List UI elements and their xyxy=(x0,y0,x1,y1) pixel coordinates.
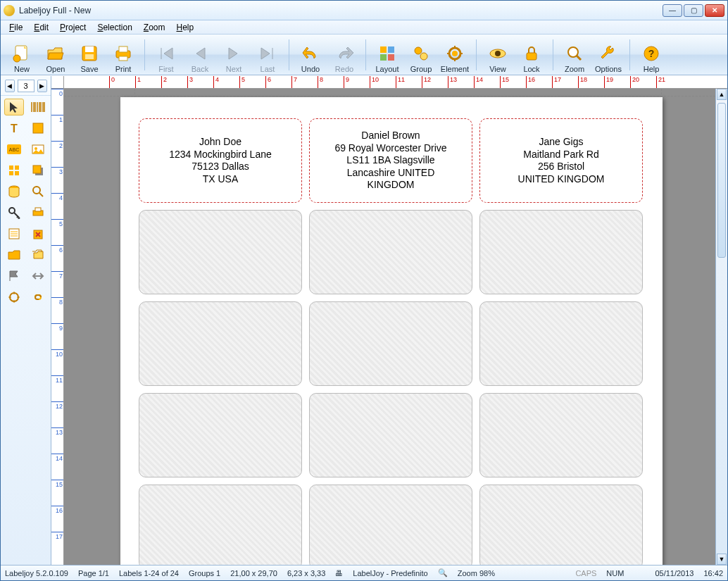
label-cell[interactable]: John Doe1234 Mockingbird Lane75123 Dalla… xyxy=(139,118,302,203)
image-tool[interactable] xyxy=(28,141,48,158)
menu-project[interactable]: Project xyxy=(54,23,92,32)
left-panel: ◀ 3 ▶ T ABC xyxy=(1,76,51,565)
delete-tool[interactable] xyxy=(28,225,48,242)
menu-selection[interactable]: Selection xyxy=(92,23,137,32)
label-cell[interactable] xyxy=(139,210,302,294)
folder-tool[interactable] xyxy=(4,246,24,263)
toolbar-separator xyxy=(553,39,553,70)
label-cell[interactable] xyxy=(309,210,472,294)
abc-tool[interactable]: ABC xyxy=(4,141,24,158)
checklist-tool[interactable] xyxy=(4,225,24,242)
wrench-icon xyxy=(598,44,618,63)
lock-button[interactable]: Lock xyxy=(515,37,548,73)
label-line: Jane Gigs xyxy=(539,136,583,149)
menu-help[interactable]: Help xyxy=(171,23,200,32)
page-number-field[interactable]: 3 xyxy=(18,80,34,92)
menu-edit[interactable]: Edit xyxy=(28,23,54,32)
label-cell[interactable]: Daniel Brown69 Royal Worcester DriveLS11… xyxy=(309,118,472,203)
options-button[interactable]: Options xyxy=(591,37,625,73)
layout-button[interactable]: Layout xyxy=(370,37,404,73)
undo-button[interactable]: Undo xyxy=(294,37,327,73)
shadow-tool[interactable] xyxy=(28,162,48,179)
next-button[interactable]: Next xyxy=(217,37,251,73)
toolbar-separator xyxy=(476,39,477,70)
printer-icon: 🖶 xyxy=(335,569,343,577)
vertical-ruler[interactable]: 01234567891011121314151617 xyxy=(51,89,64,565)
label-cell[interactable] xyxy=(479,210,643,294)
last-button[interactable]: Last xyxy=(251,37,284,73)
label-cell[interactable]: Jane GigsMaitland Park Rd256 BristolUNIT… xyxy=(479,118,643,203)
status-printer: LabelJoy - Predefinito xyxy=(353,569,427,577)
label-grid: John Doe1234 Mockingbird Lane75123 Dalla… xyxy=(139,118,643,565)
menubar: File Edit Project Selection Zoom Help xyxy=(1,20,727,35)
first-button[interactable]: First xyxy=(149,37,183,73)
barcode-tool[interactable] xyxy=(28,99,48,115)
svg-rect-7 xyxy=(119,56,127,61)
group-button[interactable]: Group xyxy=(404,37,438,73)
window-title: Labeljoy Full - New xyxy=(19,6,663,15)
print-tool[interactable] xyxy=(28,204,48,221)
print-button[interactable]: Print xyxy=(106,37,140,73)
scroll-up-button[interactable]: ▲ xyxy=(717,89,727,100)
toolbar-separator xyxy=(365,39,366,70)
menu-file[interactable]: File xyxy=(4,23,28,32)
svg-rect-29 xyxy=(15,165,19,170)
label-cell[interactable] xyxy=(479,301,643,386)
label-cell[interactable] xyxy=(139,393,302,477)
page[interactable]: John Doe1234 Mockingbird Lane75123 Dalla… xyxy=(120,97,663,565)
close-button[interactable]: ✕ xyxy=(705,4,724,17)
save-button[interactable]: Save xyxy=(73,37,106,73)
folders-tool[interactable] xyxy=(28,246,48,263)
link-tool[interactable] xyxy=(28,289,48,306)
svg-point-27 xyxy=(34,147,37,150)
group-icon xyxy=(411,44,431,63)
label-line: Daniel Brown xyxy=(361,130,420,142)
back-button[interactable]: Back xyxy=(183,37,217,73)
status-zoom: Zoom 98% xyxy=(458,569,495,577)
help-button[interactable]: ?Help xyxy=(634,37,668,73)
menu-zoom[interactable]: Zoom xyxy=(138,23,171,32)
svg-point-17 xyxy=(495,51,501,56)
db-tool[interactable] xyxy=(4,183,24,200)
page-next-button[interactable]: ▶ xyxy=(37,80,47,92)
label-cell[interactable] xyxy=(479,393,643,477)
maximize-button[interactable]: ▢ xyxy=(684,4,703,17)
label-cell[interactable] xyxy=(139,301,302,386)
label-cell[interactable] xyxy=(309,485,472,565)
svg-rect-31 xyxy=(15,171,19,175)
view-button[interactable]: View xyxy=(481,37,515,73)
shape-tool[interactable] xyxy=(28,120,48,137)
svg-rect-9 xyxy=(388,46,394,53)
zoom-button[interactable]: Zoom xyxy=(558,37,591,73)
label-line: 75123 Dallas xyxy=(192,161,249,173)
label-cell[interactable] xyxy=(139,485,302,565)
find-tool[interactable] xyxy=(28,183,48,200)
redo-button[interactable]: Redo xyxy=(327,37,361,73)
scroll-thumb[interactable] xyxy=(717,103,726,258)
pointer-tool[interactable] xyxy=(4,99,24,115)
scroll-down-button[interactable]: ▼ xyxy=(717,554,727,565)
svg-rect-33 xyxy=(33,165,41,173)
page-prev-button[interactable]: ◀ xyxy=(5,80,15,92)
text-tool[interactable]: T xyxy=(4,120,24,137)
element-button[interactable]: Element xyxy=(438,37,472,73)
flag-tool[interactable] xyxy=(4,268,24,285)
label-cell[interactable] xyxy=(479,485,643,565)
titlebar[interactable]: Labeljoy Full - New — ▢ ✕ xyxy=(1,1,727,20)
canvas[interactable]: John Doe1234 Mockingbird Lane75123 Dalla… xyxy=(64,89,715,565)
horizontal-ruler[interactable]: 0123456789101112131415161718192021 xyxy=(64,76,727,89)
key-tool[interactable] xyxy=(4,204,24,221)
toolbar-separator xyxy=(289,39,289,70)
vertical-scrollbar[interactable]: ▲ ▼ xyxy=(715,89,727,565)
label-cell[interactable] xyxy=(309,393,472,477)
label-cell[interactable] xyxy=(309,301,472,386)
arrows-tool[interactable] xyxy=(28,268,48,285)
open-button[interactable]: Open xyxy=(39,37,73,73)
toolbar-separator xyxy=(629,39,630,70)
minimize-button[interactable]: — xyxy=(663,4,682,17)
status-date: 05/11/2013 xyxy=(655,569,694,577)
grid-tool[interactable] xyxy=(4,162,24,179)
new-button[interactable]: New xyxy=(5,37,39,73)
eye-icon xyxy=(488,44,508,63)
target-tool[interactable] xyxy=(4,289,24,306)
